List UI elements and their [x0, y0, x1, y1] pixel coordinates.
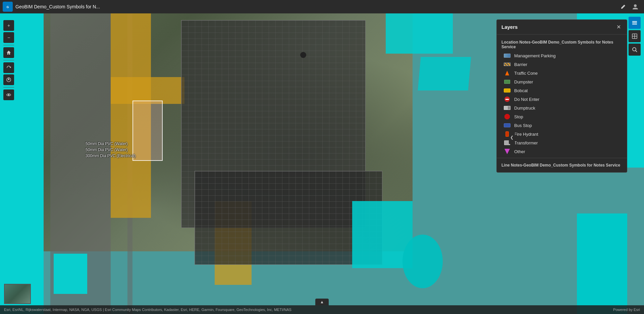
- dumpster-icon: [503, 79, 511, 84]
- location-notes-group-header: Location Notes-GeoBIM Demo_Custom Symbol…: [497, 37, 627, 51]
- powered-by-text: Powered by Esri: [613, 308, 640, 312]
- dumpster-label: Dumpster: [514, 79, 533, 84]
- panel-collapse-button[interactable]: ❮: [509, 131, 515, 144]
- stop-icon-shape: [504, 114, 510, 119]
- layer-item-fire-hydrant[interactable]: Fire Hydrant: [497, 130, 627, 138]
- dumptruck-label: Dumptruck: [514, 106, 535, 111]
- stop-label: Stop: [514, 114, 523, 119]
- layer-item-bus-stop[interactable]: Bus Stop: [497, 121, 627, 130]
- orange-zone-horizontal: [111, 77, 184, 104]
- eye-icon: [6, 92, 11, 97]
- other-icon: [503, 149, 511, 154]
- app-title: GeoBIM Demo_Custom Symbols for N...: [15, 4, 619, 9]
- svg-rect-7: [632, 22, 637, 23]
- search-button[interactable]: [629, 44, 641, 56]
- bottom-status-bar: Esri, EsriNL, Rijkswaterstaat, Intermap,…: [0, 305, 644, 314]
- minimap[interactable]: [4, 284, 31, 304]
- toolbar-divider-2: [3, 60, 14, 60]
- top-bar-right: [619, 2, 640, 11]
- layers-panel-title: Layers: [501, 24, 518, 30]
- basemap-icon: [632, 33, 638, 39]
- bottom-arrow-icon: ▲: [320, 300, 324, 304]
- cyan-bldg-extra-2: [418, 57, 471, 90]
- collapse-icon: ❮: [510, 135, 514, 140]
- home-icon: [6, 50, 11, 55]
- do-not-enter-label: Do Not Enter: [514, 97, 539, 102]
- attribution-text: Esri, EsriNL, Rijkswaterstaat, Intermap,…: [4, 308, 291, 312]
- barrier-label: Barrier: [514, 62, 527, 67]
- rotate-button[interactable]: [3, 62, 14, 73]
- cyan-sphere: [402, 235, 443, 288]
- traffic-cone-icon: [503, 70, 511, 76]
- popup-line-2: 50mm Dia PVC (Water): [86, 147, 136, 153]
- svg-text:G: G: [6, 5, 9, 9]
- compass-icon: [6, 77, 11, 82]
- barrier-icon: [503, 62, 511, 67]
- logo-icon: G: [5, 4, 11, 10]
- layers-section-divider: [497, 158, 627, 158]
- layer-item-management-parking[interactable]: Management Parking: [497, 51, 627, 60]
- bottom-toolbar-toggle[interactable]: ▲: [315, 299, 329, 305]
- rotate-icon: [6, 65, 11, 70]
- other-label: Other: [514, 149, 525, 154]
- minimap-inner: [5, 285, 30, 303]
- svg-point-2: [634, 4, 637, 7]
- basemap-button[interactable]: [629, 30, 641, 42]
- user-icon: [632, 3, 639, 10]
- layer-item-dumptruck[interactable]: Dumptruck: [497, 104, 627, 112]
- top-bar: G GeoBIM Demo_Custom Symbols for N...: [0, 0, 644, 13]
- bobcat-label: Bobcat: [514, 88, 528, 93]
- bobcat-icon: [503, 88, 511, 93]
- bus-stop-label: Bus Stop: [514, 123, 532, 128]
- layer-item-do-not-enter[interactable]: Do Not Enter: [497, 95, 627, 104]
- dark-marker: [300, 52, 306, 58]
- svg-line-13: [636, 51, 637, 52]
- layer-item-barrier[interactable]: Barrier: [497, 60, 627, 69]
- stop-icon: [503, 114, 511, 119]
- layer-item-dumpster[interactable]: Dumpster: [497, 77, 627, 86]
- popup-line-3: 300mm Dia PVC (Electrical): [86, 153, 136, 159]
- bobcat-icon-shape: [504, 88, 511, 92]
- management-parking-icon: [503, 53, 511, 58]
- visibility-button[interactable]: [3, 89, 14, 100]
- dumptruck-icon: [503, 105, 511, 111]
- edit-icon: [621, 4, 626, 9]
- layer-item-traffic-cone[interactable]: Traffic Cone: [497, 69, 627, 77]
- layers-close-button[interactable]: ✕: [615, 23, 622, 31]
- edit-button[interactable]: [619, 2, 628, 11]
- bus-stop-icon: [503, 123, 511, 128]
- do-not-enter-icon: [503, 97, 511, 102]
- user-avatar[interactable]: [631, 2, 640, 11]
- layer-item-other[interactable]: Other: [497, 147, 627, 156]
- home-button[interactable]: [3, 47, 14, 58]
- traffic-cone-label: Traffic Cone: [514, 71, 538, 76]
- white-structure-box: [132, 101, 163, 161]
- layers-toggle-button[interactable]: [629, 17, 641, 29]
- line-notes-group-header: Line Notes-GeoBIM Demo_Custom Symbols fo…: [497, 160, 627, 170]
- zoom-out-button[interactable]: −: [3, 32, 14, 43]
- layers-panel-body: Location Notes-GeoBIM Demo_Custom Symbol…: [497, 35, 627, 172]
- zoom-in-button[interactable]: +: [3, 20, 14, 31]
- left-toolbar: + −: [3, 20, 14, 100]
- barrier-icon-shape: [504, 63, 511, 66]
- management-parking-label: Management Parking: [514, 53, 556, 58]
- map-popup-labels: 50mm Dia PVC (Water) 50mm Dia PVC (Water…: [86, 141, 136, 159]
- layers-icon: [632, 20, 638, 26]
- svg-rect-8: [632, 24, 637, 24]
- toolbar-divider-1: [3, 45, 14, 45]
- svg-point-5: [8, 94, 9, 96]
- donotenter-icon-shape: [504, 97, 510, 102]
- app-logo: G: [3, 2, 13, 12]
- cone-icon-shape: [505, 71, 509, 75]
- parking-icon-shape: [504, 54, 511, 58]
- hydrant-icon-shape: [505, 131, 509, 137]
- layer-item-transformer[interactable]: Transformer: [497, 138, 627, 147]
- fire-hydrant-label: Fire Hydrant: [514, 132, 538, 137]
- compass-button[interactable]: [3, 74, 14, 85]
- dumpster-icon-shape: [504, 80, 510, 84]
- layer-item-stop[interactable]: Stop: [497, 112, 627, 121]
- popup-line-1: 50mm Dia PVC (Water): [86, 141, 136, 147]
- layer-item-bobcat[interactable]: Bobcat: [497, 86, 627, 95]
- cyan-bldg-extra-3: [54, 254, 87, 294]
- layers-panel-header: Layers ✕: [497, 20, 627, 35]
